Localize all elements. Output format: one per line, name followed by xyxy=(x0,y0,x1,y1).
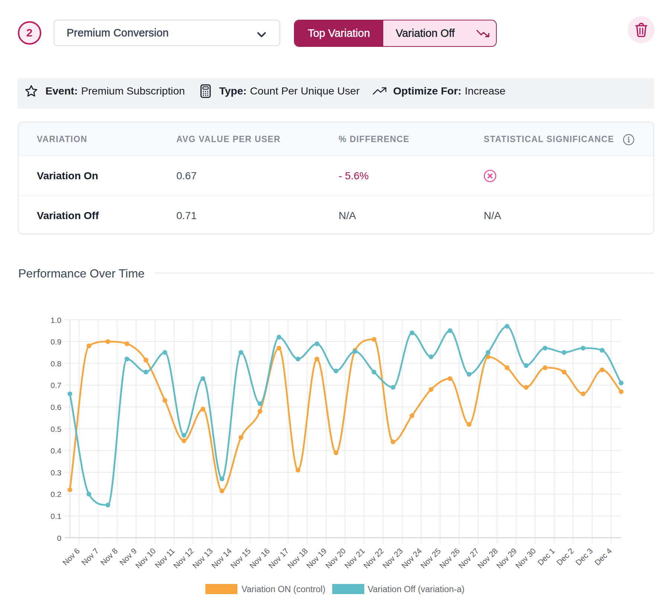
svg-text:Nov 23: Nov 23 xyxy=(381,546,404,570)
svg-text:Dec 1: Dec 1 xyxy=(536,546,556,567)
svg-text:Nov 28: Nov 28 xyxy=(476,546,499,570)
svg-text:Nov 11: Nov 11 xyxy=(153,546,176,570)
svg-text:0.8: 0.8 xyxy=(51,359,61,368)
svg-text:0.3: 0.3 xyxy=(51,468,61,477)
svg-text:Nov 12: Nov 12 xyxy=(172,546,195,570)
svg-text:Nov 22: Nov 22 xyxy=(362,546,385,570)
svg-text:Nov 8: Nov 8 xyxy=(99,546,119,567)
svg-text:Nov 30: Nov 30 xyxy=(514,546,537,570)
svg-text:0.7: 0.7 xyxy=(51,381,61,389)
svg-text:Nov 13: Nov 13 xyxy=(191,546,214,570)
svg-text:Dec 3: Dec 3 xyxy=(574,546,594,567)
svg-text:0.1: 0.1 xyxy=(51,512,61,520)
svg-text:Dec 2: Dec 2 xyxy=(555,546,575,567)
svg-text:Nov 29: Nov 29 xyxy=(495,546,518,570)
svg-text:Variation ON (control): Variation ON (control) xyxy=(241,584,326,594)
svg-text:Nov 24: Nov 24 xyxy=(400,546,423,570)
svg-text:0.4: 0.4 xyxy=(51,446,62,455)
svg-text:Nov 19: Nov 19 xyxy=(305,546,328,570)
svg-text:0.9: 0.9 xyxy=(51,337,61,346)
svg-text:0.6: 0.6 xyxy=(51,403,61,411)
svg-text:1.0: 1.0 xyxy=(51,316,61,324)
svg-text:0: 0 xyxy=(57,534,61,542)
svg-text:Nov 17: Nov 17 xyxy=(267,546,290,570)
svg-text:Nov 14: Nov 14 xyxy=(210,546,234,570)
svg-text:Nov 27: Nov 27 xyxy=(457,546,480,570)
svg-text:0.5: 0.5 xyxy=(51,425,61,433)
svg-text:Nov 20: Nov 20 xyxy=(324,546,347,570)
svg-text:Nov 25: Nov 25 xyxy=(419,546,442,570)
svg-text:Nov 15: Nov 15 xyxy=(229,546,252,570)
svg-text:0.2: 0.2 xyxy=(51,490,61,498)
svg-text:Nov 26: Nov 26 xyxy=(438,546,461,570)
svg-text:Nov 10: Nov 10 xyxy=(134,546,157,570)
svg-text:Nov 16: Nov 16 xyxy=(248,546,271,570)
svg-text:Nov 21: Nov 21 xyxy=(343,546,366,570)
svg-text:Nov 7: Nov 7 xyxy=(80,546,100,567)
svg-text:Nov 18: Nov 18 xyxy=(286,546,309,570)
svg-text:Variation Off (variation-a): Variation Off (variation-a) xyxy=(368,584,464,594)
svg-text:Dec 4: Dec 4 xyxy=(593,546,613,567)
svg-text:Nov 6: Nov 6 xyxy=(61,546,81,567)
